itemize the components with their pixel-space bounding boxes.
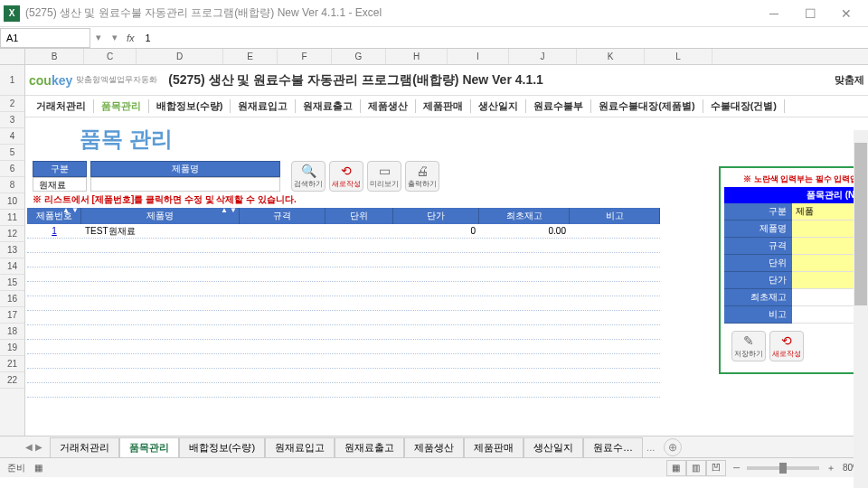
column-header[interactable]: G — [332, 49, 386, 64]
search-button[interactable]: 🔍검색하기 — [291, 161, 326, 192]
column-header[interactable]: C — [84, 49, 137, 64]
print-button[interactable]: 🖨출력하기 — [405, 161, 439, 192]
filter-value-name[interactable] — [90, 177, 280, 192]
row-header[interactable]: 15 — [0, 275, 24, 291]
row-header[interactable]: 16 — [0, 291, 24, 307]
row-header[interactable]: 11 — [0, 210, 24, 226]
row-header[interactable]: 1 — [0, 65, 24, 96]
sort-icon[interactable]: ▲ ▼ — [221, 208, 237, 213]
side-field-label: 구분 — [724, 203, 792, 221]
normal-view-button[interactable]: ▦ — [666, 460, 686, 476]
sheet-tab[interactable]: 거래처관리 — [50, 437, 119, 457]
table-header[interactable]: 규격 — [240, 208, 326, 224]
add-sheet-button[interactable]: ⊕ — [664, 438, 682, 456]
side-field-input[interactable] — [792, 272, 863, 289]
row-header[interactable]: 4 — [0, 128, 24, 145]
new-button[interactable]: ⟲새로작성 — [329, 161, 363, 192]
zoom-out-button[interactable]: ─ — [733, 463, 740, 473]
formula-input[interactable]: 1 — [138, 33, 868, 43]
vertical-scrollbar[interactable] — [854, 130, 868, 488]
column-header[interactable]: L — [645, 49, 712, 64]
nav-item[interactable]: 제품판매 — [416, 99, 471, 113]
maximize-button[interactable]: ☐ — [792, 1, 828, 26]
sheet-tab[interactable]: 원재료출고 — [335, 437, 404, 457]
row-header[interactable]: 10 — [0, 193, 24, 210]
nav-item[interactable]: 원료수불대장(제품별) — [591, 99, 703, 113]
row-header[interactable]: 2 — [0, 96, 24, 112]
side-field-input[interactable] — [792, 289, 863, 306]
nav-item[interactable]: 원재료출고 — [296, 99, 361, 113]
nav-item[interactable]: 원재료입고 — [231, 99, 296, 113]
row-header[interactable]: 5 — [0, 145, 24, 161]
namebox-dropdown-icon[interactable]: ▾ — [90, 32, 107, 43]
sheet-tab[interactable]: 배합정보(수량) — [179, 437, 265, 457]
row-header[interactable]: 3 — [0, 112, 24, 128]
row-header[interactable]: 14 — [0, 258, 24, 275]
close-button[interactable]: ✕ — [828, 1, 864, 26]
nav-item[interactable]: 품목관리 — [94, 99, 149, 113]
side-field-input[interactable] — [792, 306, 863, 324]
sheet-tab[interactable]: 품목관리 — [119, 437, 179, 457]
cell-reference-box[interactable]: A1 — [0, 28, 90, 48]
row-header[interactable]: 6 — [0, 161, 24, 177]
row-header[interactable]: 8 — [0, 177, 24, 193]
macro-record-icon[interactable]: ▦ — [34, 463, 42, 473]
side-field-input[interactable] — [792, 255, 863, 272]
column-header[interactable]: D — [137, 49, 223, 64]
column-header[interactable]: K — [577, 49, 645, 64]
table-header[interactable]: 단위 — [326, 208, 393, 224]
row-header[interactable]: 13 — [0, 242, 24, 258]
sheet-tab[interactable]: 원료수… — [583, 437, 643, 457]
preview-button[interactable]: ▭미리보기 — [367, 161, 401, 192]
zoom-slider[interactable] — [747, 466, 819, 470]
column-header[interactable]: F — [278, 49, 332, 64]
sheet-tab[interactable]: 생산일지 — [524, 437, 583, 457]
nav-menu: 거래처관리품목관리배합정보(수량)원재료입고원재료출고제품생산제품판매생산일지원… — [25, 96, 868, 117]
nav-item[interactable]: 제품생산 — [361, 99, 416, 113]
table-header[interactable]: 제품명▲ ▼ — [81, 208, 240, 224]
nav-item[interactable]: 수불대장(건별) — [703, 99, 785, 113]
row-header[interactable]: 17 — [0, 307, 24, 324]
page-layout-button[interactable]: ▥ — [686, 460, 706, 476]
table-header[interactable]: 제품번호▲ ▼ — [27, 208, 81, 224]
tab-nav-arrows[interactable]: ◀ ▶ — [18, 442, 50, 452]
row-header[interactable]: 22 — [0, 372, 24, 389]
cancel-formula-icon[interactable]: ▾ — [112, 32, 118, 43]
page-break-button[interactable]: 凹 — [706, 460, 726, 476]
column-header[interactable]: I — [448, 49, 509, 64]
sheet-tab[interactable]: 제품판매 — [464, 437, 524, 457]
side-field-input[interactable] — [792, 221, 863, 238]
sheet-tab[interactable]: 제품생산 — [404, 437, 464, 457]
nav-item[interactable]: 원료수불부 — [526, 99, 591, 113]
save-button[interactable]: ✎저장하기 — [731, 331, 766, 361]
side-field-input[interactable] — [792, 238, 863, 255]
row-header[interactable]: 19 — [0, 340, 24, 356]
nav-item[interactable]: 생산일지 — [471, 99, 526, 113]
table-header[interactable]: 비고 — [570, 208, 660, 224]
table-header[interactable]: 최초재고 — [479, 208, 570, 224]
side-field-input[interactable]: 제품 — [792, 203, 863, 221]
row-header[interactable]: 12 — [0, 226, 24, 242]
nav-item[interactable]: 거래처관리 — [29, 99, 94, 113]
scroll-thumb[interactable] — [854, 143, 867, 305]
select-all-corner[interactable] — [0, 49, 25, 64]
sheet-tab[interactable]: 원재료입고 — [265, 437, 335, 457]
table-row[interactable]: 1TEST원재료00.00 — [27, 224, 660, 239]
minimize-button[interactable]: ─ — [756, 1, 792, 26]
fx-label[interactable]: fx — [123, 33, 138, 43]
column-header[interactable]: H — [386, 49, 448, 64]
row-header[interactable]: 18 — [0, 324, 24, 340]
tabs-more[interactable]: ... — [643, 442, 658, 453]
nav-item[interactable]: 배합정보(수량) — [149, 99, 231, 113]
table-row-empty — [27, 369, 660, 383]
side-new-button[interactable]: ⟲새로작성 — [769, 331, 804, 361]
zoom-in-button[interactable]: ＋ — [826, 462, 835, 474]
zoom-thumb[interactable] — [779, 463, 787, 474]
filter-value-type[interactable]: 원재료 — [33, 177, 87, 192]
row-header[interactable]: 21 — [0, 356, 24, 372]
column-header[interactable]: J — [509, 49, 577, 64]
sort-icon[interactable]: ▲ ▼ — [62, 208, 79, 213]
column-header[interactable]: B — [25, 49, 84, 64]
column-header[interactable]: E — [223, 49, 278, 64]
table-header[interactable]: 단가 — [393, 208, 479, 224]
